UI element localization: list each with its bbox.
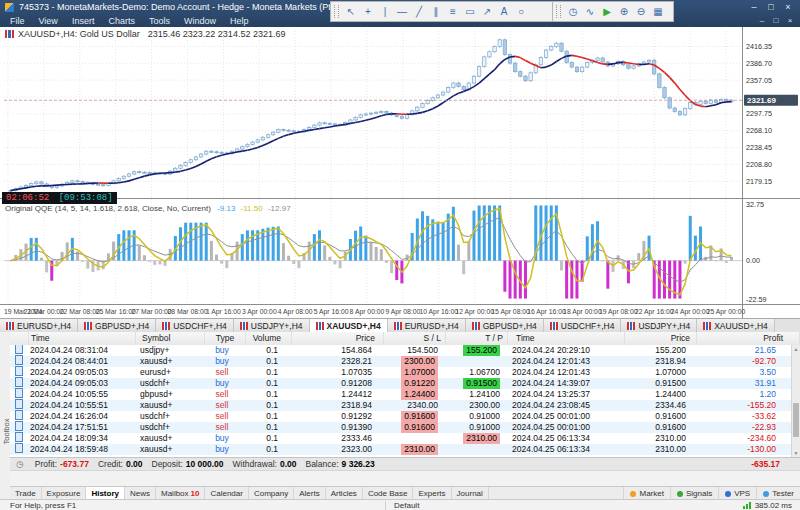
table-row[interactable]: 2024.04.24 09:05:03usdchf+buy0.10.912080…	[10, 378, 792, 389]
clock-icon[interactable]: ◷	[565, 4, 581, 19]
close-price: 2310.00	[620, 444, 692, 455]
table-row[interactable]: 2024.04.24 10:05:55gbpusd+sell0.11.24412…	[10, 389, 792, 400]
table-scrollbar[interactable]: ▲ ▼	[791, 345, 800, 457]
column-volume-3[interactable]: Volume	[246, 332, 292, 345]
table-row[interactable]: 2024.04.24 18:09:34xauusd+buy0.12333.462…	[10, 433, 792, 444]
table-row[interactable]: 2024.04.24 10:55:51xauusd+sell0.12318.94…	[10, 400, 792, 411]
chart-tab-xauusd-h4-9[interactable]: XAUUSD+,H4	[697, 319, 775, 333]
svg-text:2386.70: 2386.70	[746, 59, 772, 68]
close-button[interactable]: ×	[781, 2, 795, 13]
menu-window[interactable]: Window	[177, 16, 223, 26]
chart-tab-label: GBPUSD+,H4	[95, 321, 149, 331]
profit-total: -635.17	[751, 459, 794, 469]
arrows-icon[interactable]: ↗	[479, 4, 495, 19]
column-t-p-6[interactable]: T / P	[446, 332, 508, 345]
menu-file[interactable]: File	[3, 16, 32, 26]
table-row[interactable]: 2024.04.24 08:44:01xauusd+buy0.12328.212…	[10, 356, 792, 367]
chart-tab-gbpusd-h4-6[interactable]: GBPUSD+,H4	[466, 319, 544, 333]
chart-tab-usdchf-h4-7[interactable]: USDCHF+,H4	[544, 319, 622, 333]
doc-close-button[interactable]: ×	[784, 16, 796, 26]
table-row[interactable]: 2024.04.24 09:05:03eurusd+sell0.11.07035…	[10, 367, 792, 378]
column-time-7[interactable]: Time	[508, 332, 625, 345]
menu-tools[interactable]: Tools	[142, 16, 177, 26]
profile-selector[interactable]: Default	[394, 501, 419, 510]
fibonacci-icon[interactable]: ≡	[445, 4, 461, 19]
chart-tab-eurusd-h4-5[interactable]: EURUSD+,H4	[388, 319, 466, 333]
column-price-4[interactable]: Price	[292, 332, 384, 345]
table-row[interactable]: 2024.04.24 16:26:04usdchf+sell0.10.91292…	[10, 411, 792, 422]
take-profit: 1.24100	[442, 389, 504, 400]
doc-minimize-button[interactable]: –	[756, 16, 768, 26]
cycle-lines-icon[interactable]: ○	[513, 4, 529, 19]
profit: 1.20	[692, 389, 792, 400]
symbol: xauusd+	[134, 356, 202, 367]
column-symbol-1[interactable]: Symbol	[136, 332, 205, 345]
stop-loss: 2340.00	[380, 400, 442, 411]
maximize-button[interactable]: □	[764, 2, 778, 13]
toolbar-grip[interactable]	[556, 5, 561, 18]
toolbar-grip[interactable]	[334, 5, 339, 18]
shapes-icon[interactable]: ▭	[462, 4, 478, 19]
price-chart[interactable]: 2416.352386.702357.052327.402297.752268.…	[0, 27, 800, 318]
column-price-8[interactable]: Price	[625, 332, 697, 345]
toolbar-objects: ↖+|—╱∥≡▭↗A○	[330, 1, 554, 22]
chart-tab-icon	[240, 322, 248, 330]
chart-tab-gbpusd-h4-1[interactable]: GBPUSD+,H4	[78, 319, 156, 333]
trendline-icon[interactable]: ╱	[411, 4, 427, 19]
close-price: 2318.94	[620, 356, 692, 367]
scroll-up-icon[interactable]: ▲	[792, 345, 800, 353]
chart-tab-usdjpy-h4-3[interactable]: USDJPY+,H4	[234, 319, 310, 333]
candlestick-icon	[5, 30, 14, 38]
stop-loss: 1.24400	[380, 389, 442, 400]
column-profit-9[interactable]: Profit	[697, 332, 800, 345]
app-icon	[5, 3, 14, 12]
chart-tab-usdchf-h4-2[interactable]: USDCHF+,H4	[156, 319, 234, 333]
cursor-icon[interactable]: ↖	[343, 4, 359, 19]
filter-icon[interactable]	[10, 332, 29, 345]
order-type: buy	[202, 356, 242, 367]
table-row[interactable]: 2024.04.24 08:31:04usdjpy+buy0.1154.8641…	[10, 345, 792, 356]
horizontal-line-icon[interactable]: —	[394, 4, 410, 19]
open-time: 2024.04.24 10:55:51	[28, 400, 134, 411]
profit: 3.50	[692, 367, 792, 378]
column-time-0[interactable]: Time	[29, 332, 136, 345]
menu-view[interactable]: View	[32, 16, 65, 26]
chart-tab-label: USDCHF+,H4	[173, 321, 227, 331]
profit: 31.91	[692, 378, 792, 389]
column-type-2[interactable]: Type	[205, 332, 246, 345]
tile-windows-icon[interactable]: ▦	[650, 4, 666, 19]
open-price: 0.91292	[288, 411, 380, 422]
order-type: buy	[202, 444, 242, 455]
doc-restore-button[interactable]: □	[770, 16, 782, 26]
button-label: VPS	[734, 489, 750, 498]
chart-tab-label: GBPUSD+,H4	[483, 321, 537, 331]
tick-chart-icon[interactable]: ∿	[582, 4, 598, 19]
vertical-line-icon[interactable]: |	[377, 4, 393, 19]
menu-insert[interactable]: Insert	[65, 16, 102, 26]
equidistant-channel-icon[interactable]: ∥	[428, 4, 444, 19]
svg-text:-22.59: -22.59	[746, 295, 766, 304]
minimize-button[interactable]: –	[747, 2, 761, 13]
zoom-in-icon[interactable]: ⊕	[616, 4, 632, 19]
chart-tab-icon	[6, 322, 14, 330]
scroll-down-icon[interactable]: ▼	[792, 449, 800, 457]
tab-label: Exposure	[47, 489, 81, 498]
table-row[interactable]: 2024.04.24 17:51:51usdchf+sell0.10.91390…	[10, 422, 792, 433]
chart-canvas[interactable]: 2416.352386.702357.052327.402297.752268.…	[0, 27, 800, 322]
algo-trading-icon[interactable]: ▶	[599, 4, 615, 19]
menu-help[interactable]: Help	[223, 16, 256, 26]
chart-tab-icon	[394, 322, 402, 330]
chart-tab-xauusd-h4-4[interactable]: XAUUSD+,H4	[310, 319, 388, 333]
table-row[interactable]: 2024.04.24 18:59:48xauusd+buy0.12323.002…	[10, 444, 792, 455]
chart-tab-eurusd-h4-0[interactable]: EURUSD+,H4	[0, 319, 78, 333]
zoom-out-icon[interactable]: ⊖	[633, 4, 649, 19]
toolbox-tab-bar: TradeExposureHistoryNewsMailbox10Calenda…	[10, 486, 800, 500]
open-price: 154.864	[288, 345, 380, 356]
text-icon[interactable]: A	[496, 4, 512, 19]
menu-charts[interactable]: Charts	[101, 16, 142, 26]
chart-tab-usdjpy-h4-8[interactable]: USDJPY+,H4	[621, 319, 697, 333]
take-profit: 2310.00	[442, 433, 504, 444]
crosshair-icon[interactable]: +	[360, 4, 376, 19]
scrollbar-thumb[interactable]	[793, 403, 799, 437]
column-s-l-5[interactable]: S / L	[384, 332, 446, 345]
